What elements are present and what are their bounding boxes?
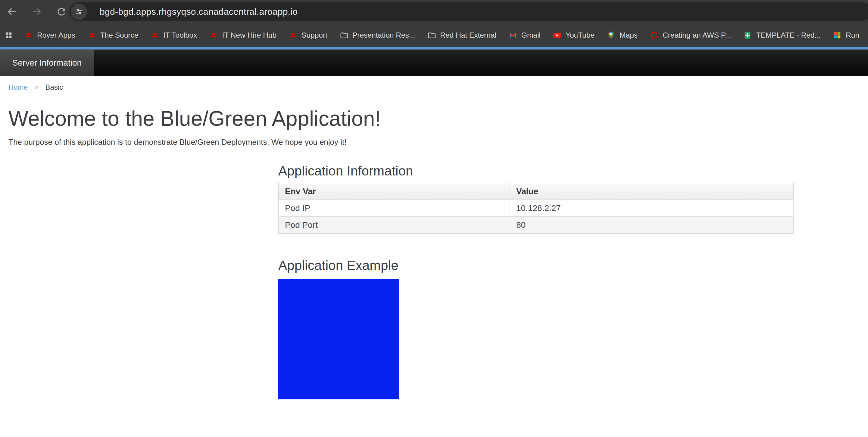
cell-env-var: Pod Port <box>279 217 510 234</box>
column-header-env-var: Env Var <box>279 183 510 200</box>
bookmark-maps[interactable]: Maps <box>607 31 638 40</box>
bookmark-label: The Source <box>100 31 138 39</box>
breadcrumb-separator: » <box>34 82 38 92</box>
content-column: Application Information Env Var Value Po… <box>278 163 794 399</box>
table-row-pod-ip: Pod IP 10.128.2.27 <box>279 200 793 217</box>
deployment-color-swatch <box>278 279 399 399</box>
accent-line <box>0 47 868 49</box>
bookmark-label: Creating an AWS P... <box>662 31 731 39</box>
redhat-icon <box>150 31 159 40</box>
page-title: Welcome to the Blue/Green Application! <box>8 107 860 130</box>
tab-server-information[interactable]: Server Information <box>0 50 94 76</box>
back-button[interactable] <box>4 4 20 20</box>
column-header-value: Value <box>510 183 793 200</box>
breadcrumb-home-link[interactable]: Home <box>8 83 28 92</box>
reload-button[interactable] <box>54 4 69 20</box>
bookmark-the-source[interactable]: The Source <box>87 31 138 40</box>
maps-icon <box>607 31 616 40</box>
bookmark-label: Red Hat External <box>440 31 496 39</box>
tab-label: Server Information <box>12 58 82 68</box>
table-header-row: Env Var Value <box>279 183 793 200</box>
forward-icon <box>31 6 42 18</box>
application-info-table: Env Var Value Pod IP 10.128.2.27 Pod Por… <box>278 183 794 234</box>
url-bar[interactable]: bgd-bgd.apps.rhgsyqso.canadacentral.aroa… <box>69 2 868 21</box>
nav-buttons <box>0 4 69 20</box>
folder-icon <box>339 31 348 40</box>
bookmark-label: Rover Apps <box>37 31 75 39</box>
bookmark-youtube[interactable]: YouTube <box>553 31 594 40</box>
bookmark-presentation-resources[interactable]: Presentation Res... <box>339 31 415 40</box>
bookmark-label: TEMPLATE - Red... <box>756 31 821 39</box>
bookmarks-bar: Rover Apps The Source IT Toolbox IT New … <box>0 23 868 47</box>
bookmark-it-new-hire-hub[interactable]: IT New Hire Hub <box>209 31 277 40</box>
section-title-application-information: Application Information <box>278 163 794 178</box>
tune-icon <box>74 7 84 16</box>
cell-env-var: Pod IP <box>279 200 510 217</box>
bookmark-label: IT Toolbox <box>163 31 197 39</box>
bookmark-label: Run <box>846 31 859 39</box>
bookmark-label: IT New Hire Hub <box>222 31 277 39</box>
back-icon <box>6 6 18 18</box>
redhat-icon <box>87 31 96 40</box>
youtube-icon <box>553 31 562 40</box>
apps-grid-icon <box>4 31 13 40</box>
bookmark-support[interactable]: Support <box>288 31 328 40</box>
redhat-icon <box>24 31 33 40</box>
url-text[interactable]: bgd-bgd.apps.rhgsyqso.canadacentral.aroa… <box>100 7 298 17</box>
forward-button[interactable] <box>29 4 44 20</box>
bookmark-run[interactable]: Run <box>833 31 859 40</box>
bookmark-rover-apps[interactable]: Rover Apps <box>24 31 75 40</box>
bookmark-label: Maps <box>620 31 638 39</box>
section-title-application-example: Application Example <box>278 258 794 273</box>
bookmark-creating-an-aws[interactable]: Creating an AWS P... <box>650 31 731 40</box>
bookmark-template-red[interactable]: TEMPLATE - Red... <box>743 31 821 40</box>
reload-icon <box>56 6 67 18</box>
bookmark-label: YouTube <box>566 31 594 39</box>
redhat-icon <box>209 31 218 40</box>
browser-toolbar: bgd-bgd.apps.rhgsyqso.canadacentral.aroa… <box>0 0 868 23</box>
app-navbar: Server Information <box>0 49 868 76</box>
apps-shortcut-button[interactable] <box>4 29 13 42</box>
bookmark-gmail[interactable]: Gmail <box>508 31 540 40</box>
bookmark-label: Presentation Res... <box>352 31 415 39</box>
cell-value: 80 <box>510 217 793 234</box>
breadcrumb-current: Basic <box>45 83 63 92</box>
cell-value: 10.128.2.27 <box>510 200 793 217</box>
gmail-icon <box>508 31 518 40</box>
table-row-pod-port: Pod Port 80 <box>279 217 793 234</box>
page-body: Home » Basic Welcome to the Blue/Green A… <box>0 82 868 399</box>
redhat-icon <box>288 31 298 40</box>
sheets-icon <box>743 31 752 40</box>
bookmark-label: Gmail <box>521 31 540 39</box>
openshift-icon <box>650 31 659 40</box>
breadcrumb: Home » Basic <box>8 82 860 92</box>
bookmark-label: Support <box>302 31 328 39</box>
bookmark-it-toolbox[interactable]: IT Toolbox <box>150 31 197 40</box>
bookmark-red-hat-external[interactable]: Red Hat External <box>427 31 496 40</box>
page-subtitle: The purpose of this application is to de… <box>8 138 860 146</box>
site-settings-chip[interactable] <box>71 4 87 20</box>
folder-icon <box>427 31 436 40</box>
microsoft-icon <box>833 31 842 40</box>
